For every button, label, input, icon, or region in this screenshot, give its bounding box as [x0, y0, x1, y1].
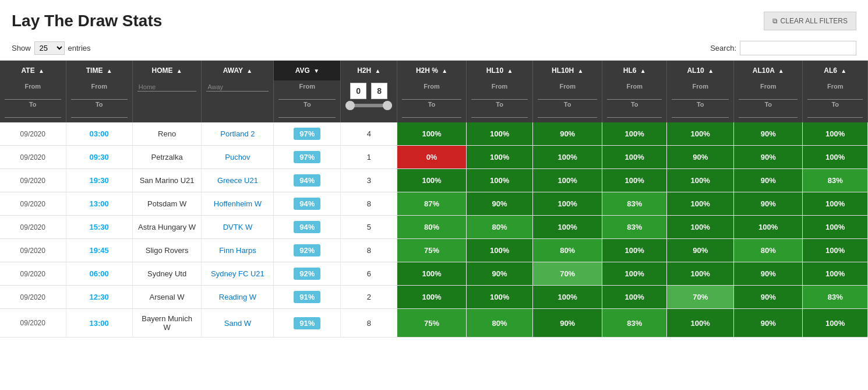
filter-h2h: 0 8 [341, 80, 397, 122]
cell-hl10: 100% [466, 286, 533, 309]
col-h2h[interactable]: H2H ▲ [341, 61, 397, 80]
filter-al10a-from-input[interactable] [739, 91, 798, 100]
filter-al10-from-label: From [672, 83, 729, 90]
cell-al10a: 90% [734, 122, 803, 146]
cell-time: 19:30 [66, 169, 132, 192]
filter-avg-to-input[interactable] [278, 109, 336, 118]
cell-al10a: 90% [734, 309, 803, 338]
filter-avg-from-label: From [278, 83, 336, 90]
filter-hl6-from-input[interactable] [607, 91, 662, 100]
col-al10[interactable]: AL10 ▲ [667, 61, 734, 80]
clear-filters-label: CLEAR ALL FILTERS [781, 17, 848, 25]
cell-h2h: 8 [341, 309, 397, 338]
filter-hl6-to-input[interactable] [607, 109, 662, 118]
filter-hl10h-from-input[interactable] [538, 91, 597, 100]
cell-hl10: 100% [466, 169, 533, 192]
filter-hl10h-to-input[interactable] [538, 109, 597, 118]
filter-date-to-input[interactable] [5, 109, 61, 118]
sort-icon-hl10h: ▲ [577, 68, 583, 74]
filter-avg-from-input[interactable] [278, 91, 336, 100]
cell-hl10: 80% [466, 216, 533, 239]
cell-al10a: 90% [734, 146, 803, 169]
cell-hl10h: 100% [533, 169, 602, 192]
cell-avg: 94% [274, 192, 341, 216]
cell-away: Sydney FC U21 [202, 262, 274, 286]
filter-al6-to-label: To [807, 101, 863, 108]
filter-al10a-to-input[interactable] [739, 109, 798, 118]
col-h2h-pct[interactable]: H2H % ▲ [397, 61, 467, 80]
cell-away: Finn Harps [202, 239, 274, 262]
filter-away-input[interactable] [206, 83, 269, 92]
filter-hl10h: From To [533, 80, 602, 122]
h2h-slider-track[interactable] [345, 104, 392, 107]
filter-al6-to-input[interactable] [807, 109, 863, 118]
cell-home: Sydney Utd [132, 262, 202, 286]
clear-filters-button[interactable]: ⧉ CLEAR ALL FILTERS [764, 12, 856, 30]
entries-label: entries [68, 44, 91, 52]
cell-hl6: 100% [602, 262, 667, 286]
col-time[interactable]: TIME ▲ [66, 61, 132, 80]
cell-avg: 97% [274, 146, 341, 169]
cell-al10a: 80% [734, 239, 803, 262]
filter-h2hpct-to-input[interactable] [402, 109, 461, 118]
cell-al10: 70% [667, 286, 734, 309]
cell-al6: 100% [803, 239, 868, 262]
h2h-thumb-right[interactable] [383, 101, 392, 110]
col-al6[interactable]: AL6 ▲ [803, 61, 868, 80]
table-row: 09/2020 19:45 Sligo Rovers Finn Harps 92… [0, 239, 868, 262]
sort-icon-hl10: ▲ [507, 68, 513, 74]
h2h-thumb-left[interactable] [345, 101, 355, 110]
filter-avg: From To [274, 80, 341, 122]
cell-home: Potsdam W [132, 192, 202, 216]
table-row: 09/2020 19:30 San Marino U21 Greece U21 … [0, 169, 868, 192]
filter-hl10-from-input[interactable] [471, 91, 528, 100]
cell-hl10: 100% [466, 239, 533, 262]
filter-al10-from-input[interactable] [672, 91, 729, 100]
cell-h2h: 6 [341, 262, 397, 286]
cell-h2h-pct: 80% [397, 216, 467, 239]
table-row: 09/2020 09:30 Petrzalka Puchov 97% 1 0% … [0, 146, 868, 169]
filter-hl6: From To [602, 80, 667, 122]
col-hl6[interactable]: HL6 ▲ [602, 61, 667, 80]
filter-hl10-to-input[interactable] [471, 109, 528, 118]
col-al10a[interactable]: AL10A ▲ [734, 61, 803, 80]
cell-avg: 92% [274, 239, 341, 262]
table-row: 09/2020 03:00 Reno Portland 2 97% 4 100%… [0, 122, 868, 146]
cell-home: Reno [132, 122, 202, 146]
filter-date-from-label: From [5, 83, 61, 90]
cell-date: 09/2020 [0, 216, 66, 239]
cell-hl6: 100% [602, 286, 667, 309]
search-input[interactable] [740, 41, 856, 55]
cell-h2h-pct: 100% [397, 262, 467, 286]
cell-al10a: 90% [734, 169, 803, 192]
filter-al6-from-input[interactable] [807, 91, 863, 100]
sort-icon-h2h: ▲ [375, 68, 380, 74]
filter-home-input[interactable] [137, 83, 197, 92]
show-entries-control: Show 25 50 100 entries [12, 41, 91, 55]
cell-hl10: 100% [466, 146, 533, 169]
cell-al6: 100% [803, 309, 868, 338]
cell-hl6: 100% [602, 169, 667, 192]
cell-al10a: 90% [734, 286, 803, 309]
cell-date: 09/2020 [0, 169, 66, 192]
col-away[interactable]: AWAY ▲ [202, 61, 274, 80]
col-date[interactable]: ATE ▲ [0, 61, 66, 80]
cell-hl6: 100% [602, 146, 667, 169]
col-home[interactable]: HOME ▲ [132, 61, 202, 80]
filter-time-from-input[interactable] [71, 91, 128, 100]
cell-time: 13:00 [66, 192, 132, 216]
col-hl10h[interactable]: HL10H ▲ [533, 61, 602, 80]
filter-time-to-input[interactable] [71, 109, 128, 118]
cell-hl10: 90% [466, 192, 533, 216]
table-row: 09/2020 12:30 Arsenal W Reading W 91% 2 … [0, 286, 868, 309]
cell-hl10h: 90% [533, 122, 602, 146]
filter-hl10-from-label: From [471, 83, 528, 90]
filter-h2hpct-from-input[interactable] [402, 91, 461, 100]
col-hl10[interactable]: HL10 ▲ [466, 61, 533, 80]
col-avg[interactable]: AVG ▼ [274, 61, 341, 80]
cell-hl10: 100% [466, 122, 533, 146]
filter-row: From To From To [0, 80, 868, 122]
filter-al10-to-input[interactable] [672, 109, 729, 118]
filter-date-from-input[interactable] [5, 91, 61, 100]
entries-select[interactable]: 25 50 100 [34, 41, 65, 55]
